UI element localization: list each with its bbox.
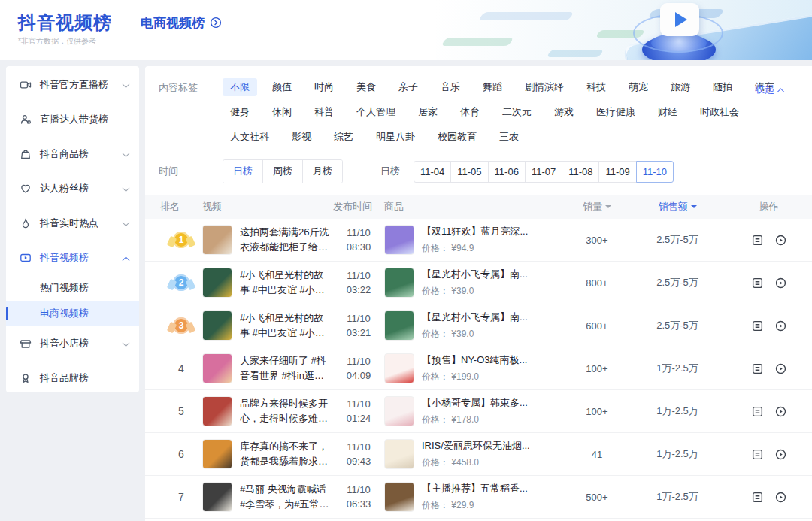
video-title[interactable]: #小飞和星光村的故事 #中巴友谊 #小绿膏 #巴... <box>240 268 332 298</box>
tag-chip[interactable]: 亲子 <box>391 78 426 96</box>
tab-ecommerce-video-rank[interactable]: 电商视频榜 <box>141 14 222 32</box>
product-title[interactable]: 【主播推荐】五常稻香... <box>422 482 528 495</box>
product-title[interactable]: 【星光村小飞专属】南... <box>422 268 528 281</box>
sidebar-item[interactable]: 抖音视频榜 <box>6 241 139 275</box>
tag-chip[interactable]: 个人管理 <box>349 103 403 121</box>
sidebar-item[interactable]: 抖音小店榜 <box>6 326 139 361</box>
period-option[interactable]: 月榜 <box>302 160 342 183</box>
tag-chip[interactable]: 校园教育 <box>430 128 484 146</box>
play-video-icon[interactable] <box>774 405 787 418</box>
tag-chip[interactable]: 游戏 <box>547 103 581 121</box>
product-thumbnail[interactable] <box>384 353 414 383</box>
date-button[interactable]: 11-05 <box>450 161 488 183</box>
video-title[interactable]: 库存真的搞不来了，货都是我舔着脸求来的，爱... <box>240 439 332 469</box>
tag-chip[interactable]: 二次元 <box>495 103 539 121</box>
table-row: 5品牌方来得时候多开心，走得时候多难过#疯狂...11/1001:24【小杨哥专… <box>145 390 812 433</box>
play-video-icon[interactable] <box>774 362 787 375</box>
date-button[interactable]: 11-10 <box>636 161 674 183</box>
col-header-sales[interactable]: 销量 <box>565 200 629 214</box>
col-header-sales-amount[interactable]: 销售额 <box>629 200 726 214</box>
video-detail-icon[interactable] <box>751 234 764 247</box>
video-thumbnail[interactable] <box>202 353 232 383</box>
video-thumbnail[interactable] <box>202 310 232 341</box>
tag-chip[interactable]: 萌宠 <box>621 78 656 96</box>
product-title[interactable]: 【星光村小飞专属】南... <box>422 310 528 324</box>
sidebar-item[interactable]: 直播达人带货榜 <box>6 102 139 137</box>
video-detail-icon[interactable] <box>751 362 764 375</box>
tag-chip[interactable]: 明星八卦 <box>368 128 423 146</box>
tag-chip[interactable]: 影视 <box>284 128 319 146</box>
product-thumbnail[interactable] <box>384 268 414 298</box>
tag-chip[interactable]: 三农 <box>492 128 526 146</box>
tag-chip[interactable]: 休闲 <box>265 103 299 121</box>
video-title[interactable]: #小飞和星光村的故事 #中巴友谊 #小绿膏 #巴... <box>240 310 332 341</box>
date-button[interactable]: 11-04 <box>414 161 451 183</box>
sales-amount-value: 1万-2.5万 <box>629 490 726 504</box>
tag-chip[interactable]: 医疗健康 <box>589 103 643 121</box>
play-video-icon[interactable] <box>774 448 787 461</box>
tag-chip[interactable]: 舞蹈 <box>475 78 510 96</box>
product-info: 【星光村小飞专属】南...价格： ¥39.0 <box>422 310 528 341</box>
tag-chip[interactable]: 时尚 <box>307 78 341 96</box>
product-thumbnail[interactable] <box>384 225 414 255</box>
tag-chip[interactable]: 美食 <box>349 78 383 96</box>
sidebar-item[interactable]: 抖音品牌榜 <box>6 361 139 392</box>
video-detail-icon[interactable] <box>751 277 764 289</box>
product-thumbnail[interactable] <box>384 396 414 426</box>
product-title[interactable]: IRIS/爱丽思环保无油烟... <box>422 439 530 453</box>
sidebar-item[interactable]: 抖音实时热点 <box>6 206 139 241</box>
date-button[interactable]: 11-07 <box>525 161 562 183</box>
video-title[interactable]: 大家来仔细听了 #抖音看世界 #抖in逛全球 #磷... <box>240 353 332 383</box>
tag-chip[interactable]: 时政社会 <box>692 103 747 121</box>
product-title[interactable]: 【小杨哥专属】韩束多... <box>422 396 528 410</box>
play-video-icon[interactable] <box>774 491 787 504</box>
video-detail-icon[interactable] <box>751 448 764 461</box>
tag-chip[interactable]: 人文社科 <box>223 128 277 146</box>
product-thumbnail[interactable] <box>384 482 414 512</box>
video-thumbnail[interactable] <box>202 268 232 298</box>
tag-chip[interactable]: 综艺 <box>326 128 361 146</box>
video-thumbnail[interactable] <box>202 482 232 512</box>
period-option[interactable]: 周榜 <box>262 160 302 183</box>
collapse-tags-link[interactable]: 收起 <box>755 83 783 96</box>
video-title[interactable]: #马丽 央视海霞喊话#李雪琴，为#五常大米 拼... <box>240 482 332 512</box>
sales-value: 100+ <box>565 406 629 417</box>
product-title[interactable]: 【双11狂欢】蓝月亮深... <box>422 225 528 238</box>
video-detail-icon[interactable] <box>751 320 764 332</box>
tag-chip[interactable]: 颜值 <box>265 78 299 96</box>
tag-chip[interactable]: 健身 <box>223 103 257 121</box>
video-thumbnail[interactable] <box>202 225 232 255</box>
tag-chip[interactable]: 居家 <box>411 103 445 121</box>
product-thumbnail[interactable] <box>384 439 414 469</box>
video-detail-icon[interactable] <box>751 491 764 504</box>
product-thumbnail[interactable] <box>384 310 414 341</box>
sidebar-subitem[interactable]: 电商视频榜 <box>6 301 139 326</box>
date-button[interactable]: 11-06 <box>488 161 526 183</box>
product-title[interactable]: 【预售】NY-O3纯南极... <box>422 353 527 367</box>
play-video-icon[interactable] <box>774 234 787 247</box>
video-detail-icon[interactable] <box>751 405 764 418</box>
tag-chip[interactable]: 音乐 <box>433 78 468 96</box>
sidebar-subitem[interactable]: 热门视频榜 <box>6 275 139 301</box>
tag-chip[interactable]: 科普 <box>307 103 341 121</box>
tag-chip[interactable]: 不限 <box>223 78 257 96</box>
sidebar-item[interactable]: 抖音官方直播榜 <box>6 68 139 102</box>
play-video-icon[interactable] <box>774 320 787 332</box>
period-option[interactable]: 日榜 <box>223 160 262 183</box>
tag-chip[interactable]: 随拍 <box>705 78 740 96</box>
sidebar-item[interactable]: 抖音商品榜 <box>6 137 139 171</box>
tag-chip[interactable]: 科技 <box>579 78 614 96</box>
date-button[interactable]: 11-08 <box>562 161 599 183</box>
tag-chip[interactable]: 旅游 <box>663 78 698 96</box>
tag-chip[interactable]: 剧情演绎 <box>517 78 571 96</box>
video-thumbnail[interactable] <box>202 396 232 426</box>
sidebar-item[interactable]: 达人粉丝榜 <box>6 171 139 206</box>
date-button[interactable]: 11-09 <box>598 161 636 183</box>
tag-chip[interactable]: 财经 <box>650 103 685 121</box>
video-title[interactable]: 品牌方来得时候多开心，走得时候多难过#疯狂... <box>240 396 332 426</box>
tag-chip[interactable]: 体育 <box>453 103 487 121</box>
play-video-icon[interactable] <box>774 277 787 289</box>
video-thumbnail[interactable] <box>202 439 232 469</box>
publish-date: 11/10 <box>333 268 384 283</box>
video-title[interactable]: 这拍两套满满26斤洗衣液都能把柜子给塞满了... <box>240 225 332 255</box>
